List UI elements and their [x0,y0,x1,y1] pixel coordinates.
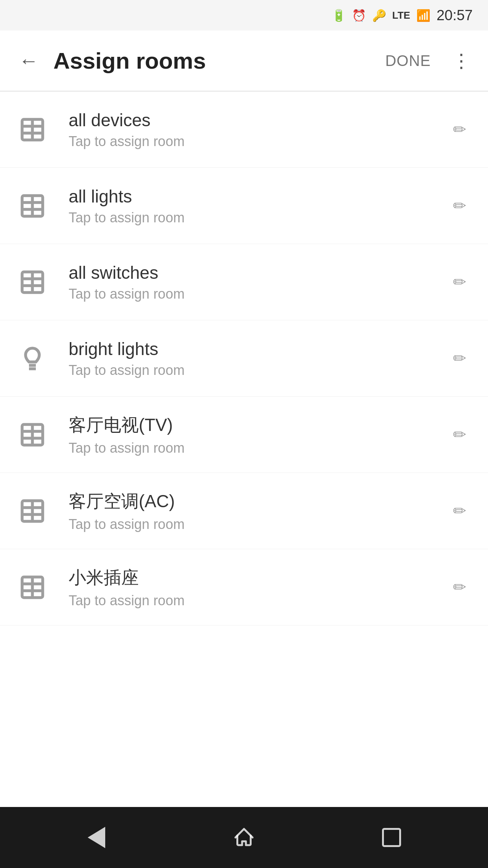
device-info: all lights Tap to assign room [69,186,446,226]
device-info: 客厅电视(TV) Tap to assign room [69,413,446,456]
pencil-icon: ✏ [453,502,466,520]
lte-signal-icon: LTE [392,10,410,21]
device-icon [15,570,50,604]
list-item[interactable]: all switches Tap to assign room ✏ [0,244,488,320]
device-icon [15,418,50,452]
edit-button[interactable]: ✏ [446,116,473,143]
list-item[interactable]: all lights Tap to assign room ✏ [0,168,488,244]
home-nav-icon [233,826,255,849]
app-bar: ← Assign rooms DONE ⋮ [0,31,488,92]
status-icons: 🔋 ⏰ 🔑 LTE 📶 20:57 [332,7,473,24]
device-name: 客厅电视(TV) [69,413,446,437]
edit-button[interactable]: ✏ [446,574,473,601]
back-nav-icon [88,827,105,848]
list-item[interactable]: 客厅电视(TV) Tap to assign room ✏ [0,397,488,473]
status-time: 20:57 [437,7,473,24]
device-subtitle: Tap to assign room [69,362,446,378]
back-arrow-icon: ← [19,51,39,71]
edit-button[interactable]: ✏ [446,498,473,524]
nav-recents-button[interactable] [372,818,411,857]
nav-back-button[interactable] [77,818,116,857]
device-icon [15,265,50,299]
device-subtitle: Tap to assign room [69,133,446,149]
device-subtitle: Tap to assign room [69,593,446,609]
device-info: all devices Tap to assign room [69,110,446,149]
nav-home-button[interactable] [225,818,263,857]
device-icon [15,113,50,147]
device-icon [15,189,50,223]
device-info: bright lights Tap to assign room [69,339,446,378]
page-title: Assign rooms [53,48,374,74]
pencil-icon: ✏ [453,196,466,215]
edit-button[interactable]: ✏ [446,269,473,296]
device-subtitle: Tap to assign room [69,286,446,302]
edit-button[interactable]: ✏ [446,193,473,219]
device-name: all switches [69,262,446,283]
back-button[interactable]: ← [15,47,42,74]
battery-icon: 🔋 [332,9,346,22]
pencil-icon: ✏ [453,425,466,444]
key-icon: 🔑 [372,9,386,22]
device-subtitle: Tap to assign room [69,440,446,456]
pencil-icon: ✏ [453,349,466,368]
device-info: 小米插座 Tap to assign room [69,566,446,609]
pencil-icon: ✏ [453,578,466,596]
list-item[interactable]: bright lights Tap to assign room ✏ [0,320,488,397]
status-bar: 🔋 ⏰ 🔑 LTE 📶 20:57 [0,0,488,31]
navigation-bar [0,807,488,868]
bulb-device-icon [15,341,50,376]
edit-button[interactable]: ✏ [446,345,473,372]
more-dots-icon: ⋮ [452,51,471,70]
device-name: all lights [69,186,446,207]
pencil-icon: ✏ [453,120,466,139]
device-info: 客厅空调(AC) Tap to assign room [69,490,446,532]
list-item[interactable]: all devices Tap to assign room ✏ [0,92,488,168]
more-options-button[interactable]: ⋮ [450,49,473,72]
device-icon [15,494,50,528]
recents-nav-icon [382,828,401,847]
device-subtitle: Tap to assign room [69,516,446,532]
device-list: all devices Tap to assign room ✏ all lig… [0,92,488,807]
done-button[interactable]: DONE [385,52,431,69]
device-name: 客厅空调(AC) [69,490,446,513]
device-subtitle: Tap to assign room [69,210,446,226]
device-name: 小米插座 [69,566,446,590]
pencil-icon: ✏ [453,273,466,291]
signal-bars-icon: 📶 [416,9,430,22]
alarm-icon: ⏰ [352,9,366,22]
device-info: all switches Tap to assign room [69,262,446,302]
list-item[interactable]: 客厅空调(AC) Tap to assign room ✏ [0,473,488,549]
list-item[interactable]: 小米插座 Tap to assign room ✏ [0,549,488,625]
device-name: bright lights [69,339,446,359]
device-name: all devices [69,110,446,130]
edit-button[interactable]: ✏ [446,421,473,448]
